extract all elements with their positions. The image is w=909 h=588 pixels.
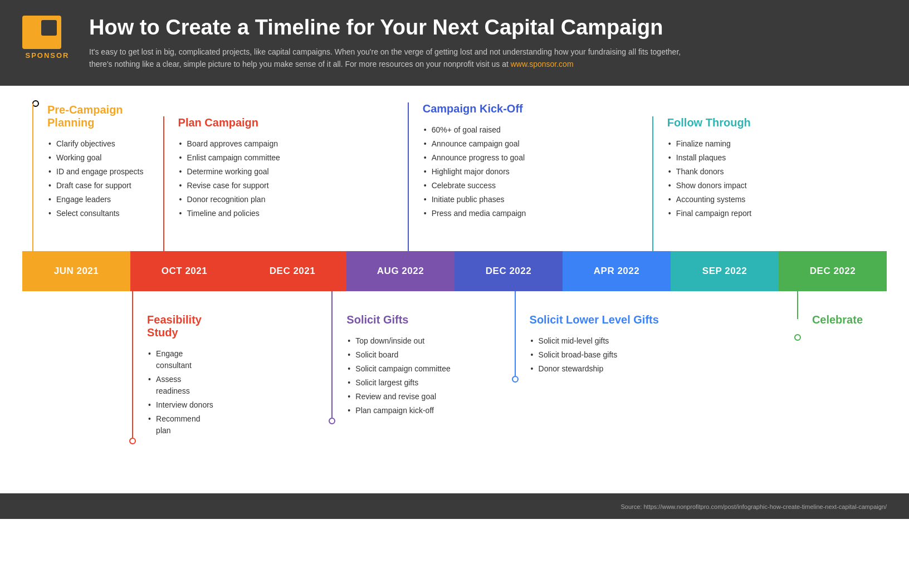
page-title: How to Create a Timeline for Your Next C… (89, 16, 887, 40)
list-item: Initiate public phases (423, 193, 634, 207)
date-dec-2022-final: DEC 2022 (779, 251, 887, 291)
plan-campaign-list: Board approves campaign Enlist campaign … (178, 137, 389, 220)
timeline-layout: Pre-Campaign Planning Clarify objectives… (22, 102, 887, 482)
header-subtitle: It's easy to get lost in big, complicate… (89, 46, 702, 71)
sponsor-link[interactable]: www.sponsor.com (511, 60, 574, 68)
solicit-gifts-list: Top down/inside out Solicit board Solici… (346, 334, 496, 418)
date-aug-2022: AUG 2022 (346, 251, 454, 291)
list-item: Press and media campaign (423, 207, 634, 220)
list-item: Clarify objectives (47, 137, 145, 151)
plan-campaign-title: Plan Campaign (178, 116, 389, 129)
list-item: Working goal (47, 151, 145, 165)
line-pre-campaign (32, 104, 33, 251)
list-item: Plan campaign kick-off (346, 404, 496, 418)
list-item: Solicit board (346, 348, 496, 362)
list-item: Donor recognition plan (178, 193, 389, 207)
list-item: Timeline and policies (178, 207, 389, 220)
header-content: How to Create a Timeline for Your Next C… (89, 16, 887, 70)
solicit-lower-list: Solicit mid-level gifts Solicit broad-ba… (530, 334, 679, 376)
timeline-bar: JUN 2021 OCT 2021 DEC 2021 AUG 2022 DEC … (22, 251, 887, 291)
list-item: Top down/inside out (346, 334, 496, 348)
phase-solicit-lower: Solicit Lower Level Gifts Solicit mid-le… (505, 291, 687, 376)
line-kickoff (408, 102, 409, 251)
kickoff-list: 60%+ of goal raised Announce campaign go… (423, 123, 634, 220)
line-feasibility (132, 291, 133, 438)
bottom-empty-sep (687, 291, 787, 302)
logo-label: SPONSOR (22, 51, 72, 60)
list-item: Celebrate success (423, 179, 634, 193)
date-sep-2022: SEP 2022 (671, 251, 779, 291)
logo: SPONSOR (22, 16, 72, 60)
list-item: Engage consultant (147, 347, 213, 373)
line-celebrate (797, 291, 798, 319)
date-apr-2022: APR 2022 (563, 251, 671, 291)
list-item: Highlight major donors (423, 165, 634, 179)
dot-solicit-lower-bottom (512, 376, 519, 383)
list-item: Show donors impact (667, 179, 878, 193)
follow-through-title: Follow Through (667, 116, 878, 129)
phase-pre-campaign: Pre-Campaign Planning Clarify objectives… (22, 104, 153, 251)
subtitle-text: It's easy to get lost in big, complicate… (89, 47, 681, 68)
pre-campaign-list: Clarify objectives Working goal ID and e… (47, 137, 145, 220)
logo-inner-box (41, 20, 57, 36)
list-item: Interview donors (147, 398, 213, 412)
kickoff-title: Campaign Kick-Off (423, 102, 634, 115)
list-item: Board approves campaign (178, 137, 389, 151)
feasibility-title: Feasibility Study (147, 313, 213, 339)
list-item: Accounting systems (667, 193, 878, 207)
celebrate-title: Celebrate (812, 313, 878, 326)
line-follow-through (652, 116, 653, 251)
date-dec-2022-kickoff: DEC 2022 (454, 251, 563, 291)
solicit-gifts-title: Solicit Gifts (346, 313, 496, 326)
line-solicit-gifts (331, 291, 333, 418)
phase-solicit-gifts: Solicit Gifts Top down/inside out Solici… (321, 291, 504, 418)
line-solicit-lower (515, 291, 516, 376)
list-item: Donor stewardship (530, 362, 679, 376)
date-oct-2021: OCT 2021 (130, 251, 238, 291)
list-item: Thank donors (667, 165, 878, 179)
date-dec-2021: DEC 2021 (238, 251, 346, 291)
list-item: Revise case for support (178, 179, 389, 193)
phase-feasibility: Feasibility Study Engage consultant Asse… (122, 291, 222, 438)
main-content: Pre-Campaign Planning Clarify objectives… (0, 86, 909, 493)
top-phases: Pre-Campaign Planning Clarify objectives… (22, 102, 887, 251)
date-jun-2021: JUN 2021 (22, 251, 130, 291)
list-item: Solicit mid-level gifts (530, 334, 679, 348)
list-item: Solicit campaign committee (346, 362, 496, 376)
list-item: Solicit largest gifts (346, 376, 496, 390)
bottom-empty-1 (22, 291, 122, 302)
header: SPONSOR How to Create a Timeline for You… (0, 0, 909, 86)
list-item: Finalize naming (667, 137, 878, 151)
list-item: ID and engage prospects (47, 165, 145, 179)
list-item: Draft case for support (47, 179, 145, 193)
list-item: Select consultants (47, 207, 145, 220)
list-item: Enlist campaign committee (178, 151, 389, 165)
footer: Source: https://www.nonprofitpro.com/pos… (0, 493, 909, 519)
list-item: Announce progress to goal (423, 151, 634, 165)
feasibility-list: Engage consultant Assess readiness Inter… (147, 347, 213, 438)
dot-celebrate-bottom (794, 334, 801, 341)
phase-follow-through: Follow Through Finalize naming Install p… (642, 116, 887, 251)
source-text: Source: https://www.nonprofitpro.com/pos… (621, 503, 887, 510)
list-item: 60%+ of goal raised (423, 123, 634, 137)
dot-feasibility-bottom (129, 438, 136, 444)
list-item: Solicit broad-base gifts (530, 348, 679, 362)
list-item: Announce campaign goal (423, 137, 634, 151)
list-item: Determine working goal (178, 165, 389, 179)
phase-kickoff: Campaign Kick-Off 60%+ of goal raised An… (398, 102, 642, 251)
line-plan-campaign (163, 116, 164, 251)
list-item: Engage leaders (47, 193, 145, 207)
phase-celebrate: Celebrate (787, 291, 887, 334)
phase-plan-campaign: Plan Campaign Board approves campaign En… (153, 116, 398, 251)
bottom-phases: Feasibility Study Engage consultant Asse… (22, 291, 887, 438)
solicit-lower-title: Solicit Lower Level Gifts (530, 313, 679, 326)
follow-through-list: Finalize naming Install plaques Thank do… (667, 137, 878, 220)
list-item: Final campaign report (667, 207, 878, 220)
bottom-empty-2 (222, 291, 321, 302)
pre-campaign-title: Pre-Campaign Planning (47, 104, 145, 129)
logo-icon (22, 16, 61, 49)
dot-solicit-gifts-bottom (329, 418, 335, 424)
list-item: Assess readiness (147, 373, 213, 398)
list-item: Review and revise goal (346, 390, 496, 404)
list-item: Recommend plan (147, 412, 213, 438)
